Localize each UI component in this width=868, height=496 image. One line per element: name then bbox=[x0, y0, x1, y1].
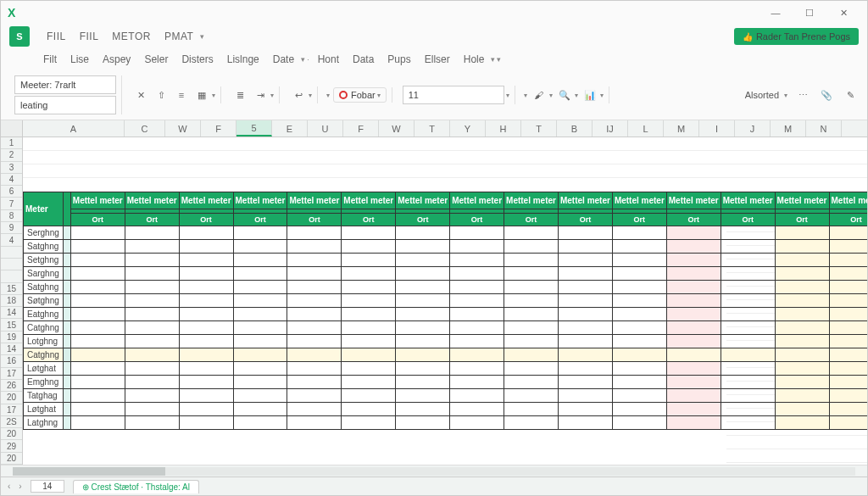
cell[interactable] bbox=[63, 240, 70, 254]
row-label[interactable]: Tatghag bbox=[24, 389, 64, 403]
cell[interactable] bbox=[558, 403, 612, 416]
cell[interactable] bbox=[504, 294, 559, 308]
cell[interactable] bbox=[70, 416, 125, 430]
row-header[interactable]: 6 bbox=[1, 186, 22, 198]
cell[interactable] bbox=[721, 376, 775, 389]
chart-icon[interactable]: 📊 bbox=[581, 86, 598, 103]
edit-icon[interactable]: ✎ bbox=[842, 86, 859, 103]
cell[interactable] bbox=[612, 294, 666, 308]
cell[interactable] bbox=[829, 321, 867, 335]
cell[interactable] bbox=[63, 416, 70, 430]
cell[interactable] bbox=[504, 348, 559, 362]
cell[interactable] bbox=[125, 267, 179, 281]
row-header[interactable]: 20 bbox=[1, 428, 22, 440]
cell[interactable] bbox=[829, 254, 867, 267]
cell[interactable] bbox=[70, 376, 125, 389]
col-header-F[interactable]: F bbox=[201, 120, 236, 137]
col-header-J[interactable]: J bbox=[735, 120, 771, 137]
cell[interactable] bbox=[666, 376, 721, 389]
cell[interactable] bbox=[829, 294, 867, 308]
cell[interactable] bbox=[558, 376, 612, 389]
cell[interactable] bbox=[396, 321, 450, 335]
cell[interactable] bbox=[558, 321, 612, 335]
cell[interactable] bbox=[450, 226, 504, 240]
col-header-T[interactable]: T bbox=[521, 120, 557, 137]
cell[interactable] bbox=[125, 281, 179, 294]
cell[interactable] bbox=[829, 403, 867, 416]
search-icon[interactable]: 🔍 bbox=[556, 86, 573, 103]
cell[interactable] bbox=[721, 240, 775, 254]
align-middle-icon[interactable]: ≡ bbox=[173, 86, 190, 103]
cell[interactable] bbox=[721, 254, 775, 267]
cell[interactable] bbox=[666, 416, 721, 430]
menu-aspey[interactable]: Aspey bbox=[97, 50, 136, 69]
cell[interactable] bbox=[829, 308, 867, 321]
cell[interactable] bbox=[233, 281, 287, 294]
cell[interactable] bbox=[233, 348, 287, 362]
menu-lise[interactable]: Lise bbox=[65, 50, 94, 69]
cell[interactable] bbox=[342, 321, 396, 335]
row-header[interactable]: 4 bbox=[1, 234, 22, 246]
cell[interactable] bbox=[612, 240, 666, 254]
cell[interactable] bbox=[63, 254, 70, 267]
cell[interactable] bbox=[558, 348, 612, 362]
menu-hont[interactable]: Hont bbox=[313, 50, 344, 69]
cell[interactable] bbox=[666, 335, 721, 348]
cell[interactable] bbox=[396, 240, 450, 254]
cell[interactable] bbox=[721, 267, 775, 281]
cell[interactable] bbox=[775, 389, 829, 403]
cell[interactable] bbox=[125, 335, 179, 348]
col-header-5[interactable]: 5 bbox=[236, 120, 272, 137]
cell[interactable] bbox=[829, 281, 867, 294]
cell[interactable] bbox=[70, 403, 125, 416]
cell[interactable] bbox=[504, 335, 559, 348]
cell[interactable] bbox=[287, 267, 342, 281]
cell[interactable] bbox=[287, 308, 342, 321]
cell[interactable] bbox=[829, 267, 867, 281]
row-header[interactable]: 4 bbox=[1, 174, 22, 186]
cell[interactable] bbox=[287, 240, 342, 254]
menu-ellser[interactable]: Ellser bbox=[420, 50, 455, 69]
cell[interactable] bbox=[179, 321, 233, 335]
cell[interactable] bbox=[612, 281, 666, 294]
row-header[interactable]: 17 bbox=[1, 368, 22, 380]
row-header[interactable]: 14 bbox=[1, 307, 22, 319]
cell[interactable] bbox=[612, 226, 666, 240]
cell[interactable] bbox=[450, 376, 504, 389]
cell[interactable] bbox=[70, 267, 125, 281]
cell[interactable] bbox=[504, 416, 559, 430]
cell[interactable] bbox=[829, 362, 867, 376]
cell[interactable] bbox=[396, 308, 450, 321]
cell[interactable] bbox=[558, 335, 612, 348]
row-label[interactable]: Setghng bbox=[24, 254, 64, 267]
cell[interactable] bbox=[233, 376, 287, 389]
font-size-input[interactable] bbox=[403, 86, 504, 104]
cell[interactable] bbox=[721, 321, 775, 335]
cell[interactable] bbox=[666, 321, 721, 335]
close-button[interactable]: ✕ bbox=[826, 1, 860, 25]
cell[interactable] bbox=[125, 348, 179, 362]
cell[interactable] bbox=[233, 254, 287, 267]
cell[interactable] bbox=[450, 240, 504, 254]
cell[interactable] bbox=[125, 389, 179, 403]
cell[interactable] bbox=[396, 376, 450, 389]
row-label[interactable]: Latghng bbox=[24, 416, 64, 430]
cell[interactable] bbox=[179, 335, 233, 348]
attach-icon[interactable]: 📎 bbox=[818, 86, 835, 103]
cell[interactable] bbox=[450, 281, 504, 294]
row-header[interactable]: 9 bbox=[1, 222, 22, 234]
menu-metor[interactable]: METOR bbox=[107, 27, 156, 46]
cell[interactable] bbox=[287, 416, 342, 430]
cell[interactable] bbox=[125, 226, 179, 240]
row-label[interactable]: Satghng bbox=[24, 281, 64, 294]
list-icon[interactable]: ≣ bbox=[231, 86, 248, 103]
cell[interactable] bbox=[396, 281, 450, 294]
cell[interactable] bbox=[179, 362, 233, 376]
cell[interactable] bbox=[666, 281, 721, 294]
cell[interactable] bbox=[721, 416, 775, 430]
cell[interactable] bbox=[233, 240, 287, 254]
cell[interactable] bbox=[396, 362, 450, 376]
cell[interactable] bbox=[342, 335, 396, 348]
row-header[interactable]: 29 bbox=[1, 440, 22, 452]
cell[interactable] bbox=[179, 376, 233, 389]
